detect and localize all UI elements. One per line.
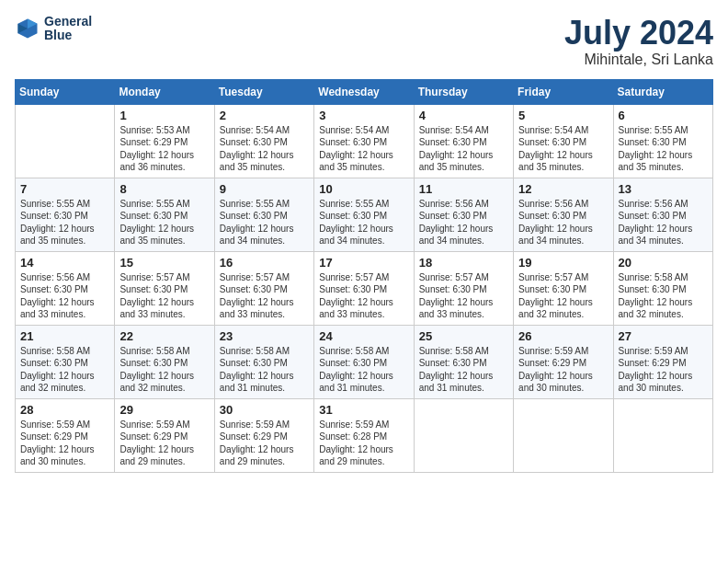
calendar-cell: 8Sunrise: 5:55 AMSunset: 6:30 PMDaylight… bbox=[115, 178, 214, 251]
week-row-2: 14Sunrise: 5:56 AMSunset: 6:30 PMDayligh… bbox=[16, 251, 713, 325]
calendar-cell: 22Sunrise: 5:58 AMSunset: 6:30 PMDayligh… bbox=[115, 325, 214, 398]
month-year: July 2024 bbox=[564, 15, 713, 52]
cell-info: Sunrise: 5:54 AMSunset: 6:30 PMDaylight:… bbox=[220, 125, 294, 173]
day-number: 23 bbox=[220, 329, 309, 343]
cell-info: Sunrise: 5:53 AMSunset: 6:29 PMDaylight:… bbox=[119, 125, 194, 173]
day-number: 11 bbox=[419, 182, 508, 196]
calendar-cell: 11Sunrise: 5:56 AMSunset: 6:30 PMDayligh… bbox=[414, 178, 513, 251]
day-number: 2 bbox=[220, 109, 309, 122]
logo-line1: General bbox=[44, 15, 92, 29]
cell-info: Sunrise: 5:58 AMSunset: 6:30 PMDaylight:… bbox=[619, 272, 693, 320]
cell-info: Sunrise: 5:58 AMSunset: 6:30 PMDaylight:… bbox=[119, 346, 194, 394]
col-header-tuesday: Tuesday bbox=[214, 79, 313, 104]
cell-info: Sunrise: 5:57 AMSunset: 6:30 PMDaylight:… bbox=[419, 272, 494, 320]
calendar-cell: 18Sunrise: 5:57 AMSunset: 6:30 PMDayligh… bbox=[414, 251, 513, 325]
day-number: 21 bbox=[20, 329, 109, 343]
day-number: 19 bbox=[518, 256, 608, 270]
cell-info: Sunrise: 5:58 AMSunset: 6:30 PMDaylight:… bbox=[419, 346, 494, 394]
logo-icon bbox=[15, 16, 40, 41]
col-header-monday: Monday bbox=[115, 79, 214, 104]
calendar-cell: 12Sunrise: 5:56 AMSunset: 6:30 PMDayligh… bbox=[514, 178, 613, 251]
title-block: July 2024 Mihintale, Sri Lanka bbox=[564, 15, 713, 68]
calendar-cell bbox=[514, 398, 613, 472]
logo-text: General Blue bbox=[44, 15, 92, 43]
day-number: 7 bbox=[20, 182, 109, 196]
header-row: SundayMondayTuesdayWednesdayThursdayFrid… bbox=[16, 79, 713, 104]
calendar-cell: 29Sunrise: 5:59 AMSunset: 6:29 PMDayligh… bbox=[115, 398, 214, 472]
week-row-0: 1Sunrise: 5:53 AMSunset: 6:29 PMDaylight… bbox=[16, 104, 713, 178]
day-number: 10 bbox=[319, 182, 408, 196]
col-header-saturday: Saturday bbox=[613, 79, 712, 104]
week-row-1: 7Sunrise: 5:55 AMSunset: 6:30 PMDaylight… bbox=[16, 178, 713, 251]
calendar-cell: 17Sunrise: 5:57 AMSunset: 6:30 PMDayligh… bbox=[314, 251, 414, 325]
cell-info: Sunrise: 5:55 AMSunset: 6:30 PMDaylight:… bbox=[319, 199, 393, 247]
calendar-cell bbox=[16, 104, 115, 178]
cell-info: Sunrise: 5:59 AMSunset: 6:28 PMDaylight:… bbox=[319, 419, 393, 467]
calendar-cell: 1Sunrise: 5:53 AMSunset: 6:29 PMDaylight… bbox=[115, 104, 214, 178]
cell-info: Sunrise: 5:54 AMSunset: 6:30 PMDaylight:… bbox=[419, 125, 494, 173]
cell-info: Sunrise: 5:56 AMSunset: 6:30 PMDaylight:… bbox=[20, 272, 95, 320]
calendar-cell: 16Sunrise: 5:57 AMSunset: 6:30 PMDayligh… bbox=[214, 251, 313, 325]
day-number: 16 bbox=[220, 256, 309, 270]
day-number: 17 bbox=[319, 256, 408, 270]
day-number: 15 bbox=[119, 256, 209, 270]
day-number: 13 bbox=[619, 182, 708, 196]
calendar-cell bbox=[613, 398, 712, 472]
logo: General Blue bbox=[15, 15, 92, 43]
calendar-cell bbox=[414, 398, 513, 472]
calendar-cell: 28Sunrise: 5:59 AMSunset: 6:29 PMDayligh… bbox=[16, 398, 115, 472]
calendar-cell: 24Sunrise: 5:58 AMSunset: 6:30 PMDayligh… bbox=[314, 325, 414, 398]
calendar-cell: 9Sunrise: 5:55 AMSunset: 6:30 PMDaylight… bbox=[214, 178, 313, 251]
day-number: 3 bbox=[319, 109, 408, 122]
cell-info: Sunrise: 5:59 AMSunset: 6:29 PMDaylight:… bbox=[619, 346, 693, 394]
calendar-cell: 2Sunrise: 5:54 AMSunset: 6:30 PMDaylight… bbox=[214, 104, 313, 178]
cell-info: Sunrise: 5:56 AMSunset: 6:30 PMDaylight:… bbox=[419, 199, 494, 247]
calendar-cell: 14Sunrise: 5:56 AMSunset: 6:30 PMDayligh… bbox=[16, 251, 115, 325]
cell-info: Sunrise: 5:59 AMSunset: 6:29 PMDaylight:… bbox=[119, 419, 194, 467]
day-number: 24 bbox=[319, 329, 408, 343]
day-number: 14 bbox=[20, 256, 109, 270]
cell-info: Sunrise: 5:56 AMSunset: 6:30 PMDaylight:… bbox=[518, 199, 593, 247]
day-number: 30 bbox=[220, 403, 309, 417]
cell-info: Sunrise: 5:55 AMSunset: 6:30 PMDaylight:… bbox=[119, 199, 194, 247]
day-number: 28 bbox=[20, 403, 109, 417]
calendar-cell: 31Sunrise: 5:59 AMSunset: 6:28 PMDayligh… bbox=[314, 398, 414, 472]
calendar-cell: 25Sunrise: 5:58 AMSunset: 6:30 PMDayligh… bbox=[414, 325, 513, 398]
cell-info: Sunrise: 5:59 AMSunset: 6:29 PMDaylight:… bbox=[220, 419, 294, 467]
day-number: 20 bbox=[619, 256, 708, 270]
page-header: General Blue July 2024 Mihintale, Sri La… bbox=[15, 15, 713, 68]
day-number: 27 bbox=[619, 329, 708, 343]
cell-info: Sunrise: 5:57 AMSunset: 6:30 PMDaylight:… bbox=[220, 272, 294, 320]
cell-info: Sunrise: 5:56 AMSunset: 6:30 PMDaylight:… bbox=[619, 199, 693, 247]
calendar-cell: 27Sunrise: 5:59 AMSunset: 6:29 PMDayligh… bbox=[613, 325, 712, 398]
calendar-cell: 26Sunrise: 5:59 AMSunset: 6:29 PMDayligh… bbox=[514, 325, 613, 398]
col-header-sunday: Sunday bbox=[16, 79, 115, 104]
day-number: 6 bbox=[619, 109, 708, 122]
day-number: 12 bbox=[518, 182, 608, 196]
calendar-cell: 7Sunrise: 5:55 AMSunset: 6:30 PMDaylight… bbox=[16, 178, 115, 251]
col-header-wednesday: Wednesday bbox=[314, 79, 414, 104]
cell-info: Sunrise: 5:58 AMSunset: 6:30 PMDaylight:… bbox=[220, 346, 294, 394]
cell-info: Sunrise: 5:54 AMSunset: 6:30 PMDaylight:… bbox=[319, 125, 393, 173]
calendar-cell: 21Sunrise: 5:58 AMSunset: 6:30 PMDayligh… bbox=[16, 325, 115, 398]
day-number: 4 bbox=[419, 109, 508, 122]
calendar-cell: 30Sunrise: 5:59 AMSunset: 6:29 PMDayligh… bbox=[214, 398, 313, 472]
week-row-3: 21Sunrise: 5:58 AMSunset: 6:30 PMDayligh… bbox=[16, 325, 713, 398]
day-number: 1 bbox=[119, 109, 209, 122]
day-number: 31 bbox=[319, 403, 408, 417]
day-number: 26 bbox=[518, 329, 608, 343]
cell-info: Sunrise: 5:59 AMSunset: 6:29 PMDaylight:… bbox=[518, 346, 593, 394]
location: Mihintale, Sri Lanka bbox=[564, 52, 713, 68]
calendar-cell: 20Sunrise: 5:58 AMSunset: 6:30 PMDayligh… bbox=[613, 251, 712, 325]
cell-info: Sunrise: 5:55 AMSunset: 6:30 PMDaylight:… bbox=[619, 125, 693, 173]
col-header-thursday: Thursday bbox=[414, 79, 513, 104]
cell-info: Sunrise: 5:58 AMSunset: 6:30 PMDaylight:… bbox=[20, 346, 95, 394]
calendar-cell: 5Sunrise: 5:54 AMSunset: 6:30 PMDaylight… bbox=[514, 104, 613, 178]
col-header-friday: Friday bbox=[514, 79, 613, 104]
cell-info: Sunrise: 5:57 AMSunset: 6:30 PMDaylight:… bbox=[518, 272, 593, 320]
cell-info: Sunrise: 5:57 AMSunset: 6:30 PMDaylight:… bbox=[119, 272, 194, 320]
day-number: 29 bbox=[119, 403, 209, 417]
cell-info: Sunrise: 5:54 AMSunset: 6:30 PMDaylight:… bbox=[518, 125, 593, 173]
calendar-cell: 15Sunrise: 5:57 AMSunset: 6:30 PMDayligh… bbox=[115, 251, 214, 325]
day-number: 22 bbox=[119, 329, 209, 343]
